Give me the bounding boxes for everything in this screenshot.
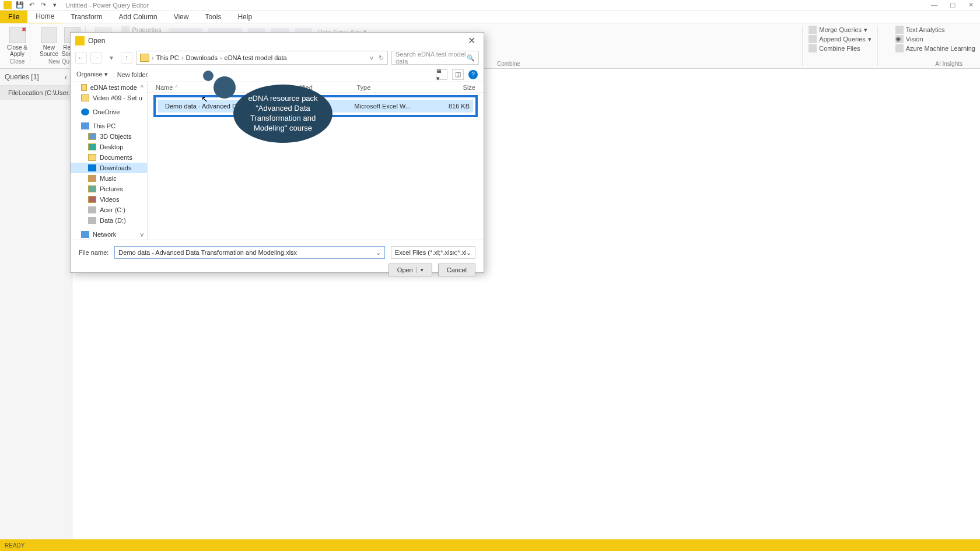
nav-forward-button[interactable]: → (90, 52, 102, 64)
nav-history-button[interactable]: ▾ (106, 52, 117, 64)
nav-up-button[interactable]: ↑ (121, 52, 132, 64)
qat-dropdown-icon[interactable]: ▾ (50, 1, 60, 9)
open-split-dropdown[interactable]: ▾ (416, 267, 424, 273)
file-filter-dropdown[interactable]: Excel Files (*.xl;*.xlsx;*.xlsm;*.xl ⌄ (391, 246, 475, 259)
filename-dropdown-icon[interactable]: ⌄ (376, 249, 381, 257)
maximize-button[interactable]: ▢ (950, 1, 958, 9)
eye-icon: ◉ (895, 35, 904, 43)
quick-access-toolbar[interactable]: 💾 ↶ ↷ ▾ (15, 1, 60, 9)
merge-queries-button[interactable]: Merge Queries ▾ (808, 26, 872, 34)
text-analytics-button[interactable]: Text Analytics (895, 26, 975, 34)
view-options-button[interactable]: ≣ ▾ (436, 69, 447, 80)
file-date: 20-12-2019 13:44 (274, 103, 355, 110)
search-icon: 🔍 (467, 54, 475, 62)
column-date[interactable]: Date modified (273, 84, 357, 91)
append-queries-button[interactable]: Append Queries ▾ (808, 35, 872, 43)
folder-tree[interactable]: eDNA test mode^ Video #09 - Set u OneDri… (71, 82, 148, 240)
close-window-button[interactable]: ✕ (968, 1, 977, 9)
breadcrumb-folder[interactable]: eDNA test model data (225, 54, 287, 61)
column-size[interactable]: Size (440, 84, 475, 91)
tab-help[interactable]: Help (229, 10, 260, 23)
dialog-title: Open (88, 37, 105, 45)
help-icon[interactable]: ? (468, 70, 478, 79)
filename-input[interactable]: Demo data - Advanced Data Transformation… (114, 246, 385, 259)
tab-transform[interactable]: Transform (62, 10, 110, 23)
nav-back-button[interactable]: ← (75, 52, 87, 64)
column-name[interactable]: Name (156, 84, 173, 91)
open-button[interactable]: Open▾ (388, 264, 432, 276)
group-combine-label: Combine (497, 61, 520, 67)
search-input[interactable]: Search eDNA test model data 🔍 (391, 51, 479, 65)
combine-files-button[interactable]: Combine Files (808, 44, 872, 52)
sidebar-item-drive-d[interactable]: Data (D:) (71, 215, 147, 226)
cancel-button[interactable]: Cancel (438, 264, 475, 276)
query-item-label: FileLocation (C:\User... (8, 89, 72, 96)
app-icon (4, 1, 12, 9)
status-bar: READY (0, 539, 980, 551)
azure-ml-button[interactable]: Azure Machine Learning (895, 44, 975, 52)
tab-tools[interactable]: Tools (197, 10, 229, 23)
window-title: Untitled - Power Query Editor (65, 2, 149, 9)
sidebar-item-desktop[interactable]: Desktop (71, 142, 147, 152)
filename-label: File name: (79, 249, 108, 256)
sidebar-item-3dobjects[interactable]: 3D Objects (71, 131, 147, 142)
breadcrumb-pc[interactable]: This PC (156, 54, 179, 61)
sidebar-item-pictures[interactable]: Pictures (71, 184, 147, 194)
tab-add-column[interactable]: Add Column (111, 10, 166, 23)
sidebar-item-thispc[interactable]: This PC (71, 121, 147, 131)
group-ai-label: AI Insights (935, 61, 963, 67)
organise-menu[interactable]: Organise ▾ (76, 71, 108, 78)
redo-icon[interactable]: ↷ (38, 1, 48, 9)
sidebar-item-drive-c[interactable]: Acer (C:) (71, 205, 147, 215)
dialog-icon (75, 36, 85, 45)
file-size: 816 KB (435, 103, 470, 110)
sidebar-item-onedrive[interactable]: OneDrive (71, 107, 147, 117)
undo-icon[interactable]: ↶ (27, 1, 36, 9)
folder-icon (140, 54, 149, 62)
breadcrumb-downloads[interactable]: Downloads (186, 54, 217, 61)
group-close-label: Close (10, 58, 25, 65)
tab-home[interactable]: Home (27, 10, 62, 24)
tab-view[interactable]: View (166, 10, 197, 23)
new-folder-button[interactable]: New folder (117, 71, 148, 78)
sidebar-item-quick1[interactable]: eDNA test mode^ (71, 82, 147, 93)
sidebar-item-videos[interactable]: Videos (71, 194, 147, 205)
address-bar[interactable]: › This PC › Downloads › eDNA test model … (136, 51, 388, 65)
column-type[interactable]: Type (356, 84, 440, 91)
preview-pane-button[interactable]: ◫ (452, 69, 464, 80)
sidebar-item-quick2[interactable]: Video #09 - Set u (71, 93, 147, 103)
download-icon (88, 164, 96, 171)
file-tab[interactable]: File (0, 10, 27, 23)
open-file-dialog: Open ✕ ← → ▾ ↑ › This PC › Downloads › e… (70, 32, 484, 273)
query-item[interactable]: FileLocation (C:\User... (0, 86, 72, 100)
sidebar-item-network[interactable]: Networkv (71, 229, 147, 240)
new-source-button[interactable]: New Source (40, 27, 58, 57)
file-type: Microsoft Excel W... (354, 103, 435, 110)
dialog-close-button[interactable]: ✕ (464, 35, 479, 46)
file-row[interactable]: Demo data - Advanced Data Transformat...… (158, 100, 473, 113)
sidebar-item-downloads[interactable]: Downloads (71, 163, 147, 173)
save-icon[interactable]: 💾 (15, 1, 24, 9)
minimize-button[interactable]: — (931, 1, 939, 9)
collapse-queries-icon[interactable]: ‹ (64, 72, 67, 82)
vision-button[interactable]: ◉Vision (895, 35, 975, 43)
sidebar-item-music[interactable]: Music (71, 173, 147, 184)
close-apply-button[interactable]: ✖ Close & Apply (7, 27, 27, 57)
address-dropdown-icon[interactable]: v ↻ (370, 54, 384, 62)
queries-header: Queries [1] (5, 73, 39, 81)
sidebar-item-documents[interactable]: Documents (71, 152, 147, 163)
